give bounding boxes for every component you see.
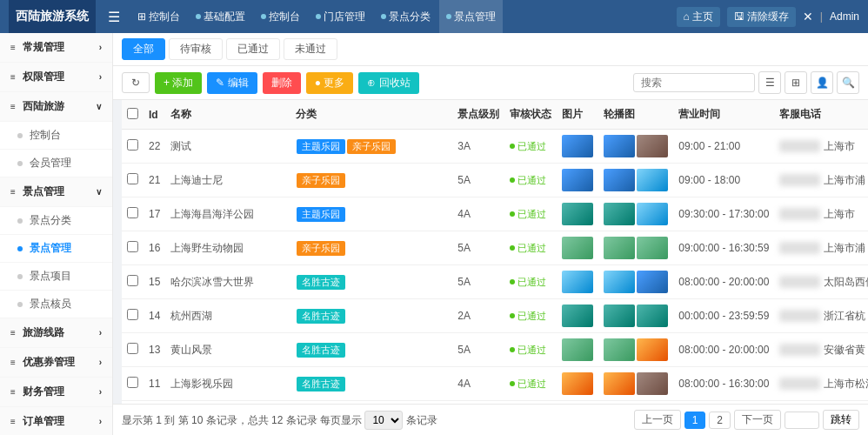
menu-icon: ≡	[10, 387, 16, 397]
nav-item-store[interactable]: 门店管理	[309, 0, 372, 33]
edit-button[interactable]: ✎ 编辑	[207, 72, 257, 94]
toolbar: ↻ + 添加 ✎ 编辑 删除 ● 更多 ⊕ 回收站 ☰ ⊞ 👤 🔍	[113, 66, 868, 100]
nav-item-control[interactable]: 控制台	[254, 0, 307, 33]
row-phone: ********** 上海市浦	[774, 231, 868, 265]
header-image: 图片	[557, 100, 598, 130]
menu-icon: ≡	[10, 72, 16, 82]
nav-dot-icon	[381, 14, 386, 19]
status-badge: 已通过	[510, 378, 546, 391]
sidebar-sub-item-dashboard[interactable]: 控制台	[0, 122, 112, 150]
sidebar-item-travel-route[interactable]: ≡ 旅游线路 ›	[0, 318, 112, 348]
row-checkbox-cell	[122, 231, 144, 265]
header-category: 分类	[290, 100, 452, 130]
sidebar-sub-item-member[interactable]: 会员管理	[0, 150, 112, 177]
row-name: 上海影视乐园	[165, 367, 290, 401]
row-checkbox[interactable]	[127, 343, 138, 354]
chevron-right-icon: ›	[99, 358, 102, 367]
menu-toggle-icon[interactable]: ☰	[108, 9, 120, 25]
carousel-image-2	[637, 169, 668, 191]
refresh-button[interactable]: ↻	[122, 72, 150, 93]
row-name: 上海海昌海洋公园	[165, 197, 290, 231]
row-checkbox[interactable]	[127, 241, 138, 252]
nav-dot-icon	[261, 14, 266, 19]
save-icon: 🖫	[734, 10, 744, 23]
row-id: 14	[144, 299, 165, 333]
menu-icon: ≡	[10, 187, 16, 197]
menu-icon: ≡	[10, 417, 16, 426]
sidebar-item-scenic-group[interactable]: ≡ 景点管理 ∨	[0, 177, 112, 207]
sidebar-item-order[interactable]: ≡ 订单管理 ›	[0, 407, 112, 435]
row-id: 13	[144, 333, 165, 367]
nav-item-basic-config[interactable]: 基础配置	[189, 0, 252, 33]
recycle-button[interactable]: ⊕ 回收站	[358, 72, 418, 94]
menu-icon: ≡	[10, 43, 16, 52]
add-button[interactable]: + 添加	[155, 72, 202, 94]
carousel-images	[604, 372, 668, 395]
row-checkbox[interactable]	[127, 139, 138, 151]
sidebar-sub-item-scenic-manage[interactable]: 景点管理	[0, 235, 112, 263]
home-button[interactable]: ⌂ 主页	[677, 7, 720, 27]
carousel-image-2	[637, 338, 668, 361]
sidebar-sub-item-scenic-staff[interactable]: 景点核员	[0, 291, 112, 318]
carousel-image-2	[637, 372, 668, 395]
list-view-icon[interactable]: ☰	[758, 71, 781, 94]
grid-view-icon[interactable]: ⊞	[785, 71, 807, 94]
dot-icon	[17, 302, 23, 307]
tab-rejected[interactable]: 未通过	[284, 38, 337, 60]
nav-item-scenic-manage[interactable]: 景点管理	[439, 0, 503, 33]
rows-per-page-select[interactable]: 10 20 50	[364, 411, 403, 430]
row-checkbox[interactable]	[127, 275, 138, 286]
nav-dot-icon	[316, 14, 321, 19]
select-all-checkbox[interactable]	[127, 108, 138, 119]
sidebar-sub-item-scenic-category[interactable]: 景点分类	[0, 207, 112, 235]
row-carousel	[598, 164, 673, 197]
sidebar-sub-item-scenic-project[interactable]: 景点项目	[0, 263, 112, 291]
close-icon[interactable]: ✕	[803, 10, 813, 23]
row-image	[557, 197, 598, 231]
user-icon[interactable]: 👤	[811, 71, 833, 94]
search-icon[interactable]: 🔍	[837, 71, 859, 94]
search-input[interactable]	[633, 73, 755, 92]
prev-page-button[interactable]: 上一页	[634, 410, 681, 430]
row-checkbox[interactable]	[127, 377, 138, 388]
admin-label: Admin	[830, 10, 859, 23]
page-2-button[interactable]: 2	[709, 412, 731, 429]
header-phone: 客服电话	[774, 100, 868, 130]
row-hours: 09:00:00 - 16:30:59	[673, 231, 774, 265]
sidebar-item-finance[interactable]: ≡ 财务管理 ›	[0, 378, 112, 407]
row-checkbox-cell	[122, 164, 144, 197]
row-checkbox[interactable]	[127, 173, 138, 184]
clear-cache-button[interactable]: 🖫 清除缓存	[727, 7, 796, 27]
row-id: 17	[144, 197, 165, 231]
dot-icon	[17, 161, 23, 166]
row-image	[557, 265, 598, 299]
page-1-button[interactable]: 1	[684, 412, 706, 429]
row-checkbox[interactable]	[127, 309, 138, 320]
more-button[interactable]: ● 更多	[306, 72, 354, 94]
row-checkbox[interactable]	[127, 207, 138, 218]
page-jump-input[interactable]	[785, 412, 819, 429]
row-level: 4A	[452, 197, 504, 231]
page-jump-button[interactable]: 跳转	[823, 410, 859, 430]
tab-all[interactable]: 全部	[122, 38, 165, 60]
sidebar-item-permission-manage[interactable]: ≡ 权限管理 ›	[0, 63, 112, 92]
next-page-button[interactable]: 下一页	[734, 410, 781, 430]
row-carousel	[598, 333, 673, 367]
delete-button[interactable]: 删除	[263, 72, 301, 94]
nav-dot-icon	[196, 14, 201, 19]
header-checkbox-cell	[122, 100, 144, 130]
row-city: 浙江省杭	[824, 310, 865, 322]
scenic-image	[562, 169, 593, 191]
row-hours: 09:00 - 21:00	[673, 130, 774, 164]
row-city: 上海市浦	[824, 174, 865, 186]
sidebar-item-coupon-manage[interactable]: ≡ 优惠券管理 ›	[0, 348, 112, 378]
nav-item-dashboard[interactable]: ⊞ 控制台	[130, 0, 187, 33]
tab-passed[interactable]: 已通过	[226, 38, 280, 60]
sidebar-item-xilu-travel[interactable]: ≡ 西陆旅游 ∨	[0, 92, 112, 122]
row-level: 2A	[452, 299, 504, 333]
tab-pending[interactable]: 待审核	[169, 38, 223, 60]
nav-item-scenic-category[interactable]: 景点分类	[374, 0, 437, 33]
row-carousel	[598, 231, 673, 265]
scenic-image	[562, 304, 593, 327]
sidebar-item-regular-manage[interactable]: ≡ 常规管理 ›	[0, 33, 112, 63]
